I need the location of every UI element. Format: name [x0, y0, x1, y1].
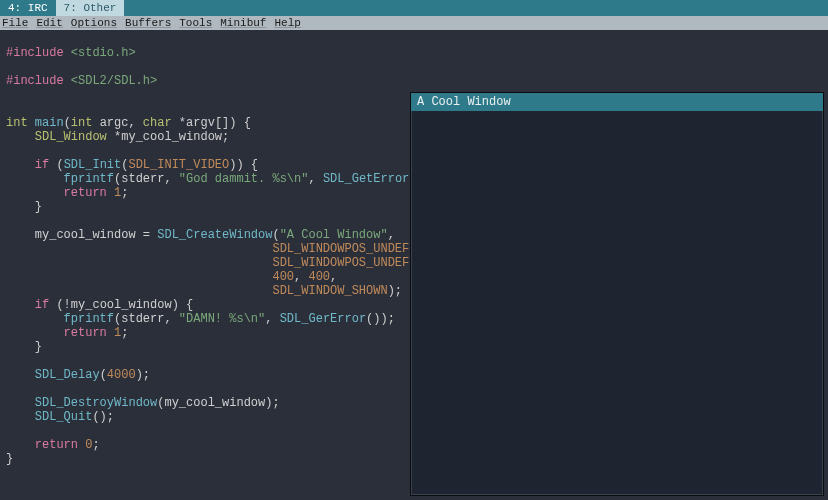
code-token: } [6, 200, 42, 214]
code-token: (!my_cool_window) { [49, 298, 193, 312]
code-token: int [71, 116, 93, 130]
code-token: ( [100, 368, 107, 382]
code-token: 4000 [107, 368, 136, 382]
menu-minibuf[interactable]: Minibuf [220, 17, 266, 29]
menu-buffers[interactable]: Buffers [125, 17, 171, 29]
code-token: <stdio.h> [71, 46, 136, 60]
code-token: SDL_GerError [280, 312, 366, 326]
code-token: main [28, 116, 64, 130]
code-token: if [35, 298, 49, 312]
menu-options[interactable]: Options [71, 17, 117, 29]
code-token [107, 186, 114, 200]
code-token: ()); [366, 312, 395, 326]
code-token: return [64, 326, 107, 340]
code-token [6, 172, 64, 186]
code-token: #include [6, 74, 71, 88]
code-token: if [35, 158, 49, 172]
code-token: ( [64, 116, 71, 130]
taskbar: 4: IRC 7: Other [0, 0, 828, 16]
sdl-window-title: A Cool Window [417, 95, 511, 109]
code-token: SDL_Delay [35, 368, 100, 382]
code-token [6, 368, 35, 382]
code-token: SDL_WINDOW_SHOWN [272, 284, 387, 298]
code-token: SDL_INIT_VIDEO [128, 158, 229, 172]
taskbar-item-other[interactable]: 7: Other [56, 0, 125, 16]
code-token: return [35, 438, 78, 452]
code-token: ; [121, 326, 128, 340]
code-token: ; [92, 438, 99, 452]
code-token: #include [6, 46, 71, 60]
code-token: } [6, 452, 13, 466]
code-token: (stderr, [114, 172, 179, 186]
code-token: "DAMN! %s\n" [179, 312, 265, 326]
code-token [6, 242, 272, 256]
menu-edit[interactable]: Edit [36, 17, 62, 29]
code-token: ; [121, 186, 128, 200]
menubar: File Edit Options Buffers Tools Minibuf … [0, 16, 828, 30]
code-token: *argv[]) { [172, 116, 251, 130]
code-token: , [308, 172, 322, 186]
code-token [6, 410, 35, 424]
code-token: SDL_Quit [35, 410, 93, 424]
code-token: , [330, 270, 337, 284]
code-token: SDL_GetError [323, 172, 409, 186]
menu-tools[interactable]: Tools [179, 17, 212, 29]
code-token: fprintf [64, 172, 114, 186]
menu-file[interactable]: File [2, 17, 28, 29]
code-token: SDL_DestroyWindow [35, 396, 157, 410]
taskbar-item-irc[interactable]: 4: IRC [0, 0, 56, 16]
code-token: (my_cool_window); [157, 396, 279, 410]
code-token [6, 438, 35, 452]
code-token: return [64, 186, 107, 200]
code-token [6, 312, 64, 326]
code-token [6, 130, 35, 144]
code-token: } [6, 340, 42, 354]
code-token: fprintf [64, 312, 114, 326]
code-token: 400 [308, 270, 330, 284]
code-token [6, 256, 272, 270]
code-token: , [388, 228, 395, 242]
code-token: , [265, 312, 279, 326]
code-token: argc, [92, 116, 142, 130]
code-token: 400 [272, 270, 294, 284]
sdl-window-titlebar[interactable]: A Cool Window [411, 93, 823, 111]
sdl-output-window[interactable]: A Cool Window [410, 92, 824, 496]
code-token: ); [136, 368, 150, 382]
code-token [6, 270, 272, 284]
code-token: , [294, 270, 308, 284]
code-token [6, 298, 35, 312]
code-token: "God dammit. %s\n" [179, 172, 309, 186]
code-token: SDL_CreateWindow [157, 228, 272, 242]
code-token: (stderr, [114, 312, 179, 326]
code-token: SDL_Init [64, 158, 122, 172]
code-token: )) { [229, 158, 258, 172]
code-token: int [6, 116, 28, 130]
code-token: *my_cool_window; [107, 130, 229, 144]
code-token: (); [92, 410, 114, 424]
code-token [6, 284, 272, 298]
code-token: ); [388, 284, 402, 298]
menu-help[interactable]: Help [274, 17, 300, 29]
code-token: ( [49, 158, 63, 172]
code-token: char [143, 116, 172, 130]
code-token [6, 158, 35, 172]
sdl-window-body [411, 111, 823, 495]
code-token: my_cool_window = [6, 228, 157, 242]
code-token: ( [272, 228, 279, 242]
code-token [6, 186, 64, 200]
code-token [107, 326, 114, 340]
code-token: SDL_Window [35, 130, 107, 144]
code-token: "A Cool Window" [280, 228, 388, 242]
code-token [6, 326, 64, 340]
code-token [6, 396, 35, 410]
code-token: <SDL2/SDL.h> [71, 74, 157, 88]
